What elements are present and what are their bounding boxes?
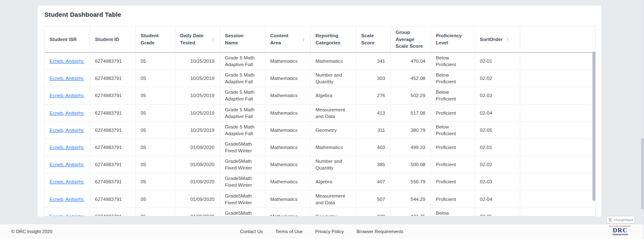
- table-row: Ecneb, Anitsirhc62749837910501/09/2020Gr…: [44, 173, 595, 190]
- cell-reporting_categories: Number and Quantity: [310, 156, 356, 173]
- cell-reporting_categories: Geometry: [310, 208, 356, 216]
- student-link[interactable]: Ecneb, Anitsirhc: [49, 162, 84, 167]
- student-link[interactable]: Ecneb, Anitsirhc: [49, 76, 84, 81]
- cell-proficiency_level: Proficient: [431, 104, 475, 121]
- column-header-label: Daily Date Tested: [180, 32, 208, 46]
- column-header-content: Daily Date Tested↑: [180, 32, 215, 46]
- student-link[interactable]: Ecneb, Anitsirhc: [49, 179, 84, 184]
- cell-group_average_scale_score: 556.79: [390, 173, 431, 190]
- column-header-group_average_scale_score[interactable]: Group Average Scale Score: [390, 26, 431, 53]
- cell-sort_order: 02-03: [475, 87, 520, 104]
- cell-student_isr: Ecneb, Anitsirhc: [44, 53, 90, 70]
- column-header-reporting_categories[interactable]: Reporting Categories: [310, 26, 356, 53]
- column-header-content: Group Average Scale Score: [396, 29, 426, 50]
- cell-blank: [520, 53, 595, 70]
- cell-proficiency_level: Below Proficient: [431, 87, 475, 104]
- column-header-student_id[interactable]: Student ID: [90, 26, 135, 53]
- student-link[interactable]: Ecneb, Anitsirhc: [49, 128, 84, 133]
- cell-scale_score: 385: [356, 156, 390, 173]
- footer-link-contact-us[interactable]: Contact Us: [240, 229, 262, 234]
- cell-session_name: Grade 5 Math Adaptive Fall: [220, 87, 265, 104]
- cell-sort_order: 02-01: [475, 139, 520, 156]
- cell-student_grade: 05: [135, 87, 175, 104]
- cell-blank: [520, 70, 595, 87]
- cell-sort_order: 02-04: [475, 104, 520, 121]
- cell-session_name: Grade5Math Fixed Winter: [220, 156, 265, 173]
- cell-student_isr: Ecneb, Anitsirhc: [44, 208, 90, 216]
- column-header-scale_score[interactable]: Scale Score: [356, 26, 390, 53]
- cell-scale_score: 276: [356, 87, 390, 104]
- student-link[interactable]: Ecneb, Anitsirhc: [49, 197, 84, 202]
- cell-content_area: Mathematics: [265, 173, 310, 190]
- cell-reporting_categories: Algebra: [310, 173, 356, 190]
- sort-ascending-icon[interactable]: ↑: [302, 36, 305, 44]
- thoughtspot-badge[interactable]: T. ThoughtSpot: [607, 216, 634, 223]
- cell-student_id: 6274983791: [90, 87, 135, 104]
- column-header-content: Student ISR: [49, 36, 85, 43]
- cell-student_id: 6274983791: [90, 104, 135, 121]
- cell-student_grade: 05: [135, 53, 175, 70]
- footer-link-browser-requirements[interactable]: Browser Requirements: [356, 229, 403, 234]
- cell-reporting_categories: Mathematics: [310, 139, 356, 156]
- cell-daily_date_tested: 01/09/2020: [175, 173, 220, 190]
- column-header-label: Proficiency Level: [436, 32, 469, 46]
- student-link[interactable]: Ecneb, Anitsirhc: [49, 145, 84, 150]
- cell-session_name: Grade 5 Math Adaptive Fall: [220, 70, 265, 87]
- page: { "title": "Student Dashboard Table", "i…: [0, 0, 644, 239]
- data-table: Student ISRStudent IDStudent GradeDaily …: [44, 26, 595, 216]
- cell-student_id: 6274983791: [90, 190, 135, 208]
- sort-ascending-icon[interactable]: ↑: [212, 36, 215, 44]
- column-header-content: Student ID: [95, 36, 130, 43]
- cell-daily_date_tested: 10/25/2019: [175, 53, 220, 70]
- cell-student_grade: 05: [135, 190, 175, 208]
- table-row: Ecneb, Anitsirhc62749837910510/25/2019Gr…: [44, 121, 595, 139]
- table-row: Ecneb, Anitsirhc62749837910501/09/2020Gr…: [44, 190, 595, 208]
- column-header-label: Student Grade: [141, 32, 170, 46]
- page-scrollbar-thumb[interactable]: [641, 138, 644, 209]
- table-row: Ecneb, Anitsirhc62749837910510/25/2019Gr…: [44, 104, 595, 121]
- column-header-label: SortOrder: [480, 36, 503, 43]
- column-header-session_name[interactable]: Session Name: [220, 26, 265, 53]
- column-header-content: Reporting Categories: [316, 32, 351, 46]
- cell-session_name: Grade5Math Fixed Winter: [220, 173, 265, 190]
- thoughtspot-label: ThoughtSpot: [614, 218, 633, 222]
- column-header-student_isr[interactable]: Student ISR: [44, 26, 90, 53]
- cell-sort_order: 02-04: [475, 190, 520, 208]
- student-link[interactable]: Ecneb, Anitsirhc: [49, 93, 84, 98]
- footer-link-terms-of-use[interactable]: Terms of Use: [275, 229, 303, 234]
- column-header-proficiency_level[interactable]: Proficiency Level: [431, 26, 475, 53]
- column-header-daily_date_tested[interactable]: Daily Date Tested↑: [175, 26, 220, 53]
- cell-reporting_categories: Measurement and Data: [310, 104, 356, 121]
- cell-blank: [520, 121, 595, 139]
- cell-student_isr: Ecneb, Anitsirhc: [44, 190, 90, 208]
- column-header-sort_order[interactable]: SortOrder↑: [475, 26, 520, 53]
- cell-student_id: 6274983791: [90, 156, 135, 173]
- cell-proficiency_level: Below Proficient: [431, 121, 475, 139]
- cell-content_area: Mathematics: [265, 139, 310, 156]
- student-link[interactable]: Ecneb, Anitsirhc: [49, 111, 84, 116]
- cell-scale_score: 403: [356, 139, 390, 156]
- cell-student_id: 6274983791: [90, 53, 135, 70]
- column-header-student_grade[interactable]: Student Grade: [135, 26, 175, 53]
- cell-reporting_categories: Algebra: [310, 87, 356, 104]
- cell-student_id: 6274983791: [90, 121, 135, 139]
- cell-student_grade: 05: [135, 70, 175, 87]
- table-scrollbar-thumb[interactable]: [592, 51, 595, 201]
- cell-student_isr: Ecneb, Anitsirhc: [44, 87, 90, 104]
- student-link[interactable]: Ecneb, Anitsirhc: [49, 59, 84, 64]
- cell-proficiency_level: Below Proficient: [431, 70, 475, 87]
- cell-content_area: Mathematics: [265, 104, 310, 121]
- cell-scale_score: 311: [356, 121, 390, 139]
- sort-ascending-icon[interactable]: ↑: [506, 36, 509, 44]
- footer-link-privacy-policy[interactable]: Privacy Policy: [315, 229, 344, 234]
- cell-proficiency_level: Below Proficient: [431, 208, 475, 216]
- cell-session_name: Grade 5 Math Adaptive Fall: [220, 104, 265, 121]
- thoughtspot-icon: T.: [608, 218, 612, 222]
- column-header-content_area[interactable]: Content Area↑: [265, 26, 310, 53]
- cell-content_area: Mathematics: [265, 190, 310, 208]
- cell-daily_date_tested: 01/09/2020: [175, 139, 220, 156]
- column-header-label: Content Area: [270, 32, 299, 46]
- cell-student_isr: Ecneb, Anitsirhc: [44, 104, 90, 121]
- table-row: Ecneb, Anitsirhc62749837910510/25/2019Gr…: [44, 87, 595, 104]
- student-link[interactable]: Ecneb, Anitsirhc: [49, 214, 84, 216]
